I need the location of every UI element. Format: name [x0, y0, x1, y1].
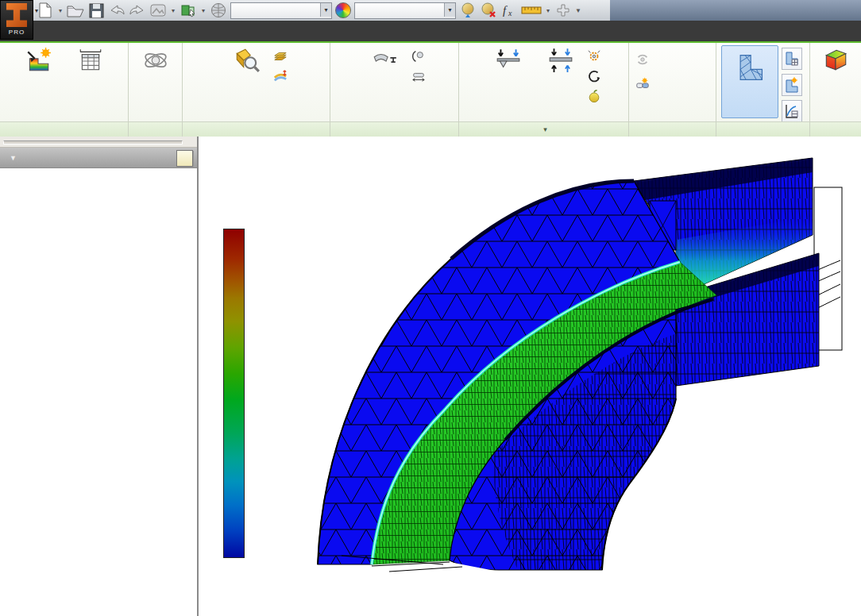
manual-contacts-icon	[635, 76, 650, 90]
qat-overflow-caret[interactable]: ▼	[575, 7, 581, 14]
parametric-table-icon	[77, 47, 104, 74]
measure-caret[interactable]: ▾	[545, 7, 551, 14]
moment-load-button[interactable]	[587, 69, 605, 83]
loads-dropdown-caret: ▾	[543, 125, 547, 133]
browser-header[interactable]: ▼	[0, 148, 197, 168]
frictionless-constraint-button[interactable]	[411, 69, 430, 83]
group-label-mesh	[716, 121, 809, 137]
document-title	[675, 0, 850, 21]
force-load-icon	[495, 47, 522, 74]
open-button[interactable]	[67, 2, 84, 19]
ribbon: ▾	[0, 43, 861, 137]
undo-button[interactable]	[108, 2, 125, 19]
measure-button[interactable]	[521, 2, 542, 19]
application-menu-caret[interactable]: ▾	[35, 7, 38, 14]
appearance-combo[interactable]: ▾	[354, 2, 456, 19]
model-viewport[interactable]	[200, 137, 861, 616]
assign-material-icon	[142, 47, 169, 74]
automatic-contacts-icon	[635, 52, 650, 67]
gravity-load-button[interactable]	[587, 89, 605, 103]
find-thin-bodies-button[interactable]	[221, 43, 273, 121]
group-label-constraints	[330, 121, 458, 137]
ribbon-group-loads: ▾	[459, 43, 629, 137]
manual-contacts-button[interactable]	[635, 76, 654, 90]
find-thin-bodies-icon	[234, 47, 261, 74]
svg-text:x: x	[508, 9, 512, 17]
browser-title-caret[interactable]: ▼	[10, 154, 17, 162]
image-caret[interactable]: ▾	[170, 7, 176, 14]
parametric-table-button[interactable]	[64, 43, 117, 121]
group-label-contacts	[629, 121, 716, 137]
adjust-appearance-button[interactable]	[459, 2, 477, 19]
simulate-icon	[822, 47, 849, 74]
model-canvas[interactable]	[200, 137, 861, 616]
ribbon-group-mesh	[716, 43, 810, 137]
convergence-settings-button[interactable]	[782, 100, 802, 122]
help-button[interactable]	[176, 150, 193, 167]
create-simulation-icon	[25, 47, 52, 74]
material-combo-caret[interactable]: ▾	[320, 3, 331, 17]
title-bar: ▾ ▾ ▾ ▾ ▾	[0, 0, 861, 21]
ribbon-group-contacts	[629, 43, 716, 137]
new-file-caret[interactable]: ▾	[57, 7, 64, 14]
save-button[interactable]	[87, 2, 105, 19]
bearing-load-button[interactable]	[587, 49, 605, 64]
frictionless-constraint-icon	[411, 69, 426, 83]
mesh-view-icon	[735, 50, 765, 85]
group-label-prepare	[183, 121, 330, 137]
color-wheel-icon[interactable]	[335, 2, 351, 18]
ribbon-tab-bar	[0, 21, 861, 41]
customize-plus-button[interactable]	[554, 2, 572, 19]
component-caret[interactable]: ▾	[200, 7, 207, 14]
appearance-combo-caret[interactable]: ▾	[444, 3, 455, 17]
midsurface-icon	[273, 49, 288, 64]
mesh-view-button[interactable]	[721, 45, 778, 118]
fixed-constraint-button[interactable]	[359, 43, 411, 121]
ribbon-group-solve	[810, 43, 861, 137]
gravity-load-icon	[587, 89, 601, 103]
pin-constraint-button[interactable]	[411, 49, 430, 64]
offset-button[interactable]	[273, 69, 292, 83]
offset-icon	[273, 69, 288, 83]
ribbon-group-material	[129, 43, 183, 137]
create-simulation-button[interactable]	[12, 43, 64, 121]
group-label-loads[interactable]: ▾	[459, 121, 628, 137]
inventor-logo-icon	[6, 3, 27, 27]
mesh-settings-button[interactable]	[782, 48, 802, 70]
browser-panel: ▼	[0, 137, 199, 616]
assign-material-button[interactable]	[129, 43, 182, 121]
local-mesh-control-button[interactable]	[782, 74, 802, 96]
bearing-load-icon	[587, 49, 601, 64]
simulate-button[interactable]	[810, 43, 861, 121]
pressure-load-button[interactable]	[535, 43, 587, 121]
moment-load-icon	[587, 69, 601, 83]
pin-constraint-icon	[411, 49, 426, 64]
component-button[interactable]	[180, 2, 197, 19]
svg-text:f: f	[503, 4, 508, 17]
image-button[interactable]	[149, 2, 167, 19]
web-button[interactable]	[210, 2, 227, 19]
group-label-material	[129, 121, 182, 137]
clear-appearance-button[interactable]	[480, 2, 497, 19]
browser-dock-bar[interactable]	[0, 137, 197, 148]
automatic-contacts-button[interactable]	[635, 52, 654, 67]
ribbon-group-manage	[0, 43, 129, 137]
quick-access-toolbar: ▾ ▾ ▾ ▾ ▾	[37, 0, 581, 21]
midsurface-button[interactable]	[273, 49, 292, 64]
application-menu-button[interactable]: PRO	[0, 0, 33, 40]
redo-button[interactable]	[129, 2, 146, 19]
ribbon-group-constraints	[330, 43, 459, 137]
group-label-manage	[0, 121, 128, 137]
group-label-solve	[810, 121, 861, 137]
fixed-constraint-icon	[372, 47, 399, 74]
new-file-button[interactable]	[37, 2, 54, 19]
force-load-button[interactable]	[482, 43, 535, 121]
ribbon-group-prepare	[183, 43, 330, 137]
pressure-load-icon	[547, 47, 574, 74]
material-combo[interactable]: ▾	[230, 2, 332, 19]
parameters-fx-button[interactable]: fx	[500, 2, 518, 19]
